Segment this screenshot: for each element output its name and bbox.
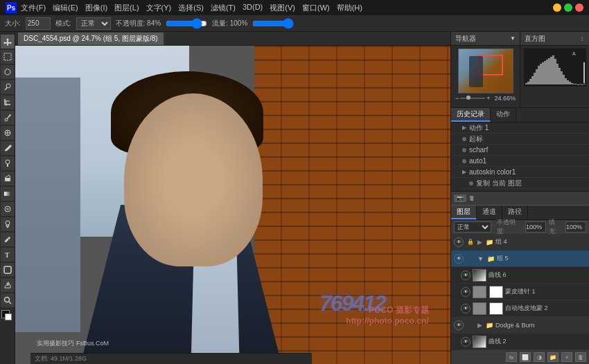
- svg-line-13: [9, 175, 10, 178]
- minimize-button[interactable]: [553, 3, 561, 12]
- history-area: 历史记录 动作 ▶动作 1 起标 scharf auto1 ▶autoskin …: [451, 108, 589, 205]
- menu-filter[interactable]: 滤镜(T): [211, 3, 236, 13]
- dodge-tool[interactable]: [1, 217, 15, 231]
- menu-type[interactable]: 文字(Y): [146, 3, 172, 13]
- layer-visibility-toggle[interactable]: 👁: [461, 287, 471, 297]
- crop-tool[interactable]: [1, 95, 15, 109]
- menu-layer[interactable]: 图层(L): [114, 3, 139, 13]
- layer-fill-input[interactable]: [565, 221, 586, 233]
- gradient-tool[interactable]: [1, 187, 15, 201]
- marquee-tool[interactable]: [1, 50, 15, 64]
- maximize-button[interactable]: [564, 3, 572, 12]
- svg-rect-32: [538, 66, 540, 84]
- history-item[interactable]: 复制 当前 图层: [458, 178, 589, 189]
- menu-view[interactable]: 视图(V): [270, 3, 295, 13]
- layer-group-5[interactable]: 👁 ▼ 📁 组 5: [451, 251, 589, 267]
- histogram-options[interactable]: ⋮: [579, 35, 585, 42]
- svg-rect-14: [4, 192, 11, 196]
- layer-adjustment-btn[interactable]: ◑: [534, 352, 545, 362]
- menu-window[interactable]: 窗口(W): [302, 3, 330, 13]
- healing-brush-tool[interactable]: [1, 126, 15, 140]
- tab-history[interactable]: 历史记录: [451, 108, 491, 122]
- zoom-minus[interactable]: −: [455, 95, 459, 102]
- history-snapshot-btn[interactable]: 📷: [454, 194, 466, 202]
- expand-arrow[interactable]: ▶: [477, 239, 482, 246]
- history-item[interactable]: auto1: [451, 156, 589, 167]
- zoom-tool[interactable]: [1, 293, 15, 307]
- svg-rect-34: [542, 62, 544, 84]
- hand-tool[interactable]: [1, 278, 15, 292]
- clone-stamp-tool[interactable]: [1, 156, 15, 170]
- navigator-collapse[interactable]: ▼: [510, 35, 516, 42]
- history-item[interactable]: 起标: [451, 134, 589, 145]
- history-trash-btn[interactable]: 🗑: [469, 195, 475, 201]
- tab-layers[interactable]: 图层: [451, 206, 477, 219]
- layer-name: 自动地皮地蒙 2: [505, 304, 586, 313]
- layer-visibility-toggle[interactable]: 👁: [461, 304, 471, 313]
- menu-file[interactable]: 文件(F): [21, 3, 46, 13]
- layer-visibility-toggle[interactable]: 👁: [454, 254, 464, 264]
- doc-size-info: 文档: 49.1M/1.28G: [35, 354, 87, 363]
- layer-opacity-input[interactable]: [525, 221, 546, 233]
- history-list: ▶动作 1 起标 scharf auto1 ▶autoskin color1 复…: [451, 122, 589, 191]
- layer-visibility-toggle[interactable]: 👁: [461, 337, 471, 347]
- layer-visibility-toggle[interactable]: 👁: [454, 320, 464, 330]
- document-tab[interactable]: DSC_4554.psd @ 24.7% (组 5, 图层蒙版/8): [18, 33, 164, 45]
- layer-visibility-toggle[interactable]: 👁: [454, 237, 464, 247]
- layer-delete-btn[interactable]: 🗑: [575, 352, 586, 362]
- layer-new-btn[interactable]: +: [561, 352, 572, 362]
- svg-rect-55: [583, 62, 585, 83]
- menu-image[interactable]: 图像(I): [85, 3, 107, 13]
- canvas-content[interactable]: 769412 实用摄影技巧 FsBus.CoM POCO 摄影专题http://…: [15, 46, 450, 364]
- layer-group-btn[interactable]: 📁: [547, 352, 559, 362]
- tab-actions[interactable]: 动作: [491, 108, 516, 122]
- flow-slider[interactable]: [252, 19, 294, 28]
- eyedropper-tool[interactable]: [1, 111, 15, 125]
- tab-channels[interactable]: 通道: [477, 206, 502, 219]
- magic-wand-tool[interactable]: [1, 80, 15, 94]
- eraser-tool[interactable]: [1, 172, 15, 185]
- expand-arrow[interactable]: ▼: [477, 255, 484, 262]
- menu-help[interactable]: 帮助(H): [337, 3, 362, 13]
- svg-rect-50: [575, 84, 577, 84]
- svg-rect-53: [581, 84, 583, 85]
- menu-select[interactable]: 选择(S): [178, 3, 204, 13]
- layer-autoskin-2[interactable]: 👁 自动地皮地蒙 2: [458, 300, 589, 317]
- menu-edit[interactable]: 编辑(E): [53, 3, 78, 13]
- blur-tool[interactable]: [1, 202, 15, 216]
- zoom-plus[interactable]: +: [486, 95, 490, 102]
- history-group-item[interactable]: ▶autoskin color1: [451, 167, 589, 178]
- shape-tool[interactable]: [1, 263, 15, 277]
- layer-curves-2[interactable]: 👁 曲线 2: [458, 334, 589, 350]
- pen-tool[interactable]: [1, 233, 15, 246]
- layer-blend-mode[interactable]: 正常: [454, 221, 491, 233]
- blend-mode-select[interactable]: 正常: [76, 17, 111, 30]
- layer-visibility-toggle[interactable]: 👁: [461, 271, 471, 280]
- layer-mask-btn[interactable]: ⬜: [520, 352, 531, 362]
- menu-3d[interactable]: 3D(D): [243, 3, 263, 13]
- main-area: T DSC_4554.psd @ 24.7% (组 5, 图层蒙版/8): [0, 32, 589, 364]
- menu-bar[interactable]: 文件(F) 编辑(E) 图像(I) 图层(L) 文字(Y) 选择(S) 滤镜(T…: [21, 3, 362, 13]
- history-item[interactable]: scharf: [451, 145, 589, 156]
- brush-size-label: 大小:: [3, 19, 23, 28]
- type-tool[interactable]: T: [1, 248, 15, 262]
- move-tool[interactable]: [1, 35, 15, 48]
- layer-skin-1[interactable]: 👁 蒙皮缝针 1: [458, 284, 589, 300]
- histogram-header: 直方图 ⋮: [520, 32, 589, 46]
- history-item[interactable]: ▶动作 1: [451, 122, 589, 134]
- histogram-title: 直方图: [525, 34, 545, 44]
- brush-tool[interactable]: [1, 141, 15, 155]
- close-button[interactable]: [575, 3, 583, 12]
- brush-size-input[interactable]: [26, 17, 51, 30]
- lasso-tool[interactable]: [1, 65, 15, 79]
- opacity-slider[interactable]: [166, 19, 207, 28]
- tab-paths[interactable]: 路径: [502, 206, 528, 219]
- layer-group-4[interactable]: 👁 🔒 ▶ 📁 组 4: [451, 234, 589, 251]
- layer-fx-btn[interactable]: fx: [506, 352, 517, 362]
- layer-dodge-burn[interactable]: 👁 ▶ 📁 Dodge & Burn: [451, 317, 589, 334]
- layers-list: 👁 🔒 ▶ 📁 组 4 👁 ▼ 📁 组 5 👁: [451, 234, 589, 350]
- layer-name: 蒙皮缝针 1: [505, 287, 586, 296]
- svg-rect-22: [4, 266, 11, 273]
- layer-curves-6[interactable]: 👁 曲线 6: [458, 267, 589, 284]
- expand-arrow[interactable]: ▶: [477, 322, 482, 329]
